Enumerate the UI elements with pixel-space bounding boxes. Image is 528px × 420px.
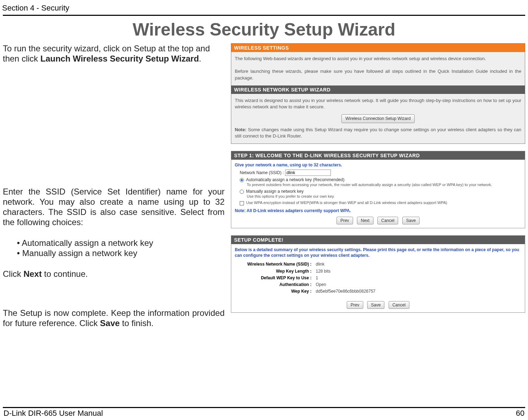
panel-body: Below is a detailed summary of your wire…: [231, 244, 525, 312]
save-button[interactable]: Save: [402, 217, 420, 224]
prev-button[interactable]: Prev: [347, 301, 363, 309]
note-label: Note:: [235, 127, 246, 132]
table-row: Wep Key : dd5ebf5ee70e86c6bbb0826757: [245, 288, 521, 295]
text: Enter the SSID (Service Set Identifier) …: [3, 186, 225, 228]
label-wep-key-length: Wep Key Length :: [245, 268, 316, 275]
cancel-button[interactable]: Cancel: [377, 217, 398, 224]
wireless-connection-setup-wizard-button[interactable]: Wireless Connection Setup Wizard: [341, 114, 414, 123]
intro-text: Give your network a name, using up to 32…: [235, 163, 521, 167]
ssid-row: Network Name (SSID) :: [240, 170, 521, 176]
bullet-manual-key: • Manually assign a network key: [3, 248, 225, 258]
text-bold: Launch Wireless Security Setup Wizard: [40, 54, 199, 63]
radio-auto-key[interactable]: Automatically assign a network key (Reco…: [240, 177, 521, 182]
text: This wizard is designed to assist you in…: [235, 97, 521, 110]
option-description: To prevent outsiders from accessing your…: [247, 182, 521, 187]
step1-wizard-panel: STEP 1: WELCOME TO THE D-LINK WIRELESS S…: [231, 151, 525, 228]
page-footer: D-Link DIR-665 User Manual 60: [3, 407, 525, 418]
radio-manual-key[interactable]: Manually assign a network key: [240, 189, 521, 194]
value-authentication: Open: [316, 281, 326, 288]
wpa-note: Note: All D-Link wireless adapters curre…: [235, 208, 521, 213]
label-authentication: Authentication :: [245, 281, 316, 288]
setup-complete-panel: SETUP COMPLETE! Below is a detailed summ…: [231, 235, 525, 313]
text-bold: Next: [24, 269, 42, 279]
footer-page-number: 60: [516, 409, 524, 418]
save-button[interactable]: Save: [367, 301, 384, 309]
instruction-block-2: Enter the SSID (Service Set Identifier) …: [3, 186, 225, 279]
value-wep-key-length: 128 bits: [316, 268, 331, 275]
instruction-block-3: The Setup is now complete. Keep the info…: [3, 308, 225, 329]
panel-header-wireless-settings: WIRELESS SETTINGS: [231, 44, 525, 52]
panel-body: The following Web-based wizards are desi…: [231, 52, 525, 85]
ssid-label: Network Name (SSID) :: [240, 170, 284, 175]
text: to continue.: [42, 269, 88, 279]
text: Before launching these wizards, please m…: [235, 68, 521, 81]
left-column: To run the security wizard, click on Set…: [3, 43, 225, 328]
content-area: To run the security wizard, click on Set…: [0, 43, 528, 328]
text: Click: [3, 269, 24, 279]
summary-table: Wireless Network Name (SSID) : dlink Wep…: [245, 261, 521, 295]
cancel-button[interactable]: Cancel: [389, 301, 409, 309]
panel-body: Give your network a name, using up to 32…: [231, 160, 525, 228]
value-default-wep-key: 1: [316, 275, 318, 281]
table-row: Wep Key Length : 128 bits: [245, 268, 521, 275]
table-row: Default WEP Key to Use : 1: [245, 275, 521, 281]
page-title: Wireless Security Setup Wizard: [0, 19, 528, 40]
button-row: Prev Next Cancel Save: [235, 217, 521, 224]
instruction-block-1: To run the security wizard, click on Set…: [3, 43, 225, 64]
text: .: [199, 54, 201, 63]
radio-icon: [240, 190, 244, 194]
label-default-wep-key: Default WEP Key to Use :: [245, 275, 316, 281]
checkbox-use-wpa[interactable]: Use WPA encryption instead of WEP(WPA is…: [240, 201, 521, 205]
panel-subheader-network-setup-wizard: WIRELESS NETWORK SETUP WIZARD: [231, 85, 525, 94]
bottom-rule: [3, 407, 525, 408]
summary-intro: Below is a detailed summary of your wire…: [235, 247, 521, 258]
panel-body: This wizard is designed to assist you in…: [231, 94, 525, 144]
top-rule: [3, 15, 525, 16]
bullet-auto-key: • Automatically assign a network key: [3, 238, 225, 248]
wireless-settings-panel: WIRELESS SETTINGS The following Web-base…: [231, 43, 525, 144]
checkbox-icon: [240, 201, 244, 205]
prev-button[interactable]: Prev: [337, 217, 353, 224]
checkbox-label: Use WPA encryption instead of WEP(WPA is…: [246, 201, 447, 205]
panel-header-step1: STEP 1: WELCOME TO THE D-LINK WIRELESS S…: [231, 151, 525, 160]
footer-manual-name: D-Link DIR-665 User Manual: [4, 409, 103, 418]
text: The following Web-based wizards are desi…: [235, 56, 521, 62]
option-description: Use this options if you prefer to create…: [247, 194, 521, 199]
ssid-input[interactable]: [285, 170, 331, 176]
right-column: WIRELESS SETTINGS The following Web-base…: [231, 43, 525, 328]
table-row: Wireless Network Name (SSID) : dlink: [245, 261, 521, 268]
next-button[interactable]: Next: [357, 217, 373, 224]
label-ssid: Wireless Network Name (SSID) :: [245, 262, 316, 267]
button-row: Wireless Connection Setup Wizard: [235, 114, 521, 123]
radio-label: Manually assign a network key: [246, 189, 303, 194]
radio-icon: [240, 178, 244, 182]
table-row: Authentication : Open: [245, 281, 521, 288]
text: to finish.: [120, 318, 153, 328]
text-bold: Save: [100, 318, 120, 328]
panel-header-setup-complete: SETUP COMPLETE!: [231, 236, 525, 244]
section-header: Section 4 - Security: [0, 4, 528, 15]
label-wep-key: Wep Key :: [245, 288, 316, 295]
button-row: Prev Save Cancel: [235, 301, 521, 309]
value-ssid: dlink: [316, 261, 325, 268]
note: Note: Some changes made using this Setup…: [235, 127, 521, 139]
value-wep-key: dd5ebf5ee70e86c6bbb0826757: [316, 288, 376, 295]
radio-label: Automatically assign a network key (Reco…: [246, 177, 344, 182]
note-text: Some changes made using this Setup Wizar…: [235, 127, 521, 139]
